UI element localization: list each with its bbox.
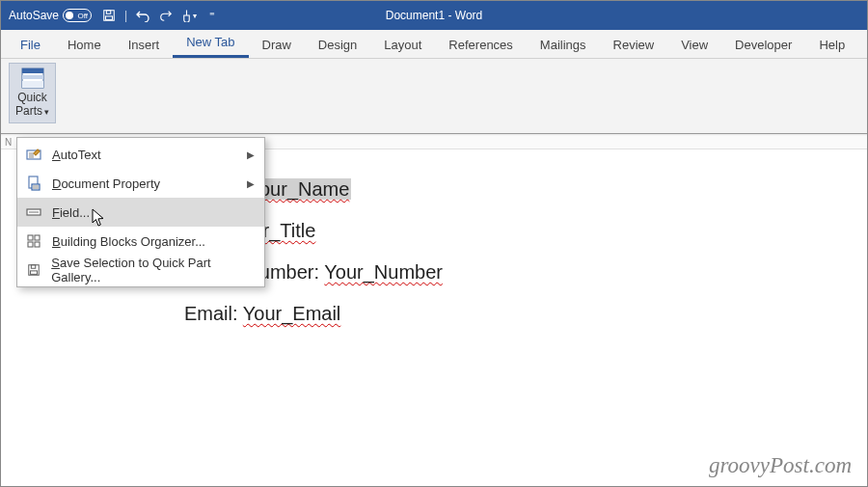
toggle-off-icon[interactable]: Off [63, 9, 92, 22]
tab-developer[interactable]: Developer [721, 32, 805, 58]
svg-rect-13 [28, 242, 33, 247]
menu-building-blocks-organizer[interactable]: Building Blocks Organizer... [17, 227, 264, 256]
svg-rect-16 [31, 265, 35, 269]
title-bar: AutoSave Off | ▾ ⁼ Document1 - Word [1, 1, 867, 30]
menu-save-selection[interactable]: Save Selection to Quick Part Gallery... [17, 256, 264, 284]
tab-mailings[interactable]: Mailings [527, 32, 600, 58]
touch-mode-icon[interactable]: ▾ [181, 8, 197, 23]
submenu-arrow-icon: ▶ [247, 178, 255, 189]
tab-references[interactable]: References [435, 32, 526, 58]
doc-line-phone[interactable]: Phone Number: Your_Number [184, 261, 867, 284]
field-value[interactable]: Your_Email [243, 303, 341, 324]
quick-parts-button[interactable]: Quick Parts▾ [9, 63, 56, 123]
quick-parts-label-2: Parts▾ [15, 104, 49, 118]
svg-rect-17 [30, 271, 37, 275]
menu-autotext[interactable]: AutoText ▶ [17, 140, 264, 169]
quick-access-toolbar: | ▾ ⁼ [101, 8, 220, 23]
menu-label: Document Property [52, 176, 160, 191]
svg-rect-12 [35, 235, 40, 240]
document-title: Document1 - Word [386, 9, 482, 22]
ruler-mark: N [1, 137, 12, 148]
doc-line-name[interactable]: Name: Your_Name [184, 178, 867, 201]
menu-label: Building Blocks Organizer... [52, 234, 205, 249]
svg-rect-9 [32, 184, 40, 190]
quick-parts-label-1: Quick [17, 91, 47, 104]
tab-view[interactable]: View [667, 32, 721, 58]
tab-draw[interactable]: Draw [249, 32, 305, 58]
tab-new-tab[interactable]: New Tab [173, 29, 248, 58]
ribbon-content: Quick Parts▾ [1, 59, 867, 134]
chevron-down-icon: ▾ [44, 107, 49, 117]
doc-line-email[interactable]: Email: Your_Email [184, 303, 867, 325]
tab-insert[interactable]: Insert [115, 32, 174, 58]
tab-layout[interactable]: Layout [370, 32, 435, 58]
svg-rect-6 [22, 81, 43, 88]
tab-help[interactable]: Help [805, 32, 858, 58]
menu-label: Field... [52, 205, 90, 220]
menu-label: AutoText [52, 148, 101, 162]
tab-design[interactable]: Design [305, 32, 370, 58]
autosave-toggle[interactable]: AutoSave Off [9, 9, 92, 22]
save-icon [25, 261, 41, 279]
autotext-icon [25, 146, 42, 163]
submenu-arrow-icon: ▶ [247, 149, 255, 160]
svg-rect-1 [106, 11, 110, 14]
separator: | [124, 9, 127, 22]
menu-label: Save Selection to Quick Part Gallery... [51, 256, 255, 284]
svg-rect-11 [28, 235, 33, 240]
menu-field[interactable]: Field... [17, 198, 264, 227]
autosave-label: AutoSave [9, 9, 59, 22]
document-property-icon [25, 175, 42, 192]
building-blocks-icon [25, 232, 42, 250]
quick-parts-icon [21, 68, 44, 89]
svg-rect-2 [106, 16, 113, 20]
undo-icon[interactable] [135, 8, 150, 23]
svg-rect-14 [35, 242, 40, 247]
tab-home[interactable]: Home [54, 32, 115, 58]
doc-line-title[interactable]: Title: Your_Title [184, 220, 867, 242]
tab-review[interactable]: Review [600, 32, 668, 58]
field-label: Email: [184, 303, 243, 324]
quick-parts-menu: AutoText ▶ Document Property ▶ Field... … [16, 137, 265, 287]
redo-icon[interactable] [158, 8, 174, 23]
ribbon-tabs: File Home Insert New Tab Draw Design Lay… [1, 30, 867, 59]
svg-rect-4 [22, 68, 43, 73]
field-icon [25, 203, 42, 221]
menu-document-property[interactable]: Document Property ▶ [17, 169, 264, 198]
watermark: groovyPost.com [709, 453, 852, 478]
customize-qat-icon[interactable]: ⁼ [204, 8, 220, 23]
field-value[interactable]: Your_Number [324, 261, 443, 283]
tab-file[interactable]: File [7, 32, 54, 58]
svg-rect-5 [22, 75, 43, 79]
save-icon[interactable] [101, 8, 117, 23]
